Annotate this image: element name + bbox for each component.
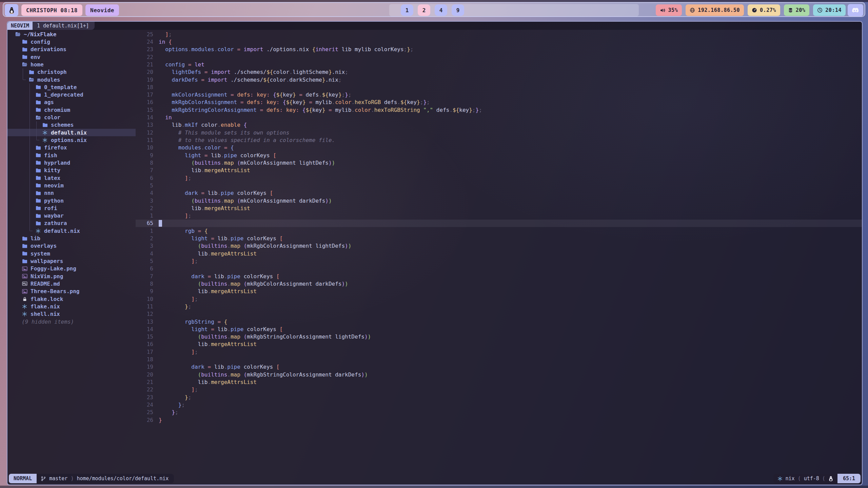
- code-line[interactable]: 24 };: [136, 401, 862, 408]
- tree-item-nixvim-png[interactable]: NixVim.png: [7, 272, 136, 280]
- code-line[interactable]: 24in {: [136, 38, 862, 45]
- cpu-stat-pill[interactable]: 0.27%: [748, 4, 780, 16]
- code-line[interactable]: 3 (builtins.map (mkRgbColorAssignment li…: [136, 242, 862, 250]
- network-stat-pill[interactable]: 192.168.86.50: [686, 4, 744, 16]
- code-line[interactable]: 20 lightDefs = import ./schemes/${color.…: [136, 68, 862, 76]
- workspace-button-9[interactable]: 9: [452, 4, 464, 16]
- tree-item-rofi[interactable]: rofi: [7, 204, 136, 212]
- code-line[interactable]: 21 config = let: [136, 61, 862, 68]
- code-line[interactable]: 13 lib.mkIf color.enable {: [136, 121, 862, 129]
- tree-item-zathura[interactable]: zathura: [7, 220, 136, 227]
- tree-item-wallpapers[interactable]: wallpapers: [7, 257, 136, 265]
- tree-item-python[interactable]: python: [7, 197, 136, 204]
- tree-item-shell-nix[interactable]: shell.nix: [7, 310, 136, 318]
- workspace-button-1[interactable]: 1: [401, 4, 413, 16]
- code-line[interactable]: 11 };: [136, 303, 862, 310]
- tree-item-latex[interactable]: latex: [7, 174, 136, 182]
- tree-item-options-nix[interactable]: options.nix: [7, 136, 136, 144]
- code-line[interactable]: 6: [136, 265, 862, 272]
- tree-item-firefox[interactable]: firefox: [7, 144, 136, 151]
- code-line-current[interactable]: 65: [136, 220, 862, 227]
- code-line[interactable]: 15 (builtins.map (mkRgbStringColorAssign…: [136, 333, 862, 341]
- code-line[interactable]: 1 ];: [136, 212, 862, 220]
- code-line[interactable]: 4 dark = lib.pipe colorKeys [: [136, 189, 862, 197]
- code-line[interactable]: 17 mkColorAssignment = defs: key: {${key…: [136, 91, 862, 99]
- tree-item-1-deprecated[interactable]: 1_deprecated: [7, 91, 136, 99]
- code-line[interactable]: 10 ];: [136, 295, 862, 303]
- code-line[interactable]: 22 ];: [136, 386, 862, 393]
- tree-item-flake-nix[interactable]: flake.nix: [7, 303, 136, 310]
- code-line[interactable]: 13 rgbString = {: [136, 318, 862, 325]
- tree-item-kitty[interactable]: kitty: [7, 167, 136, 174]
- tree-item-lib[interactable]: lib: [7, 235, 136, 242]
- code-line[interactable]: 11 # to the values specified in a colors…: [136, 136, 862, 144]
- code-line[interactable]: 16 mkRgbColorAssignment = defs: key: {${…: [136, 99, 862, 106]
- tree-item-neovim[interactable]: neovim: [7, 182, 136, 189]
- code-line[interactable]: 14 in: [136, 114, 862, 121]
- tree-item--nixflake[interactable]: ~/NixFlake: [7, 30, 136, 38]
- workspace-button-2[interactable]: 2: [418, 4, 430, 16]
- tree-item-chromium[interactable]: chromium: [7, 106, 136, 114]
- tree-item-waybar[interactable]: waybar: [7, 212, 136, 220]
- code-editor[interactable]: 25 ];24in {23 options.modules.color = im…: [136, 30, 862, 472]
- code-line[interactable]: 7 lib.mergeAttrsList: [136, 167, 862, 174]
- tree-item-overlays[interactable]: overlays: [7, 242, 136, 250]
- tree-item-derivations[interactable]: derivations: [7, 46, 136, 53]
- tree-item-schemes[interactable]: schemes: [7, 121, 136, 129]
- code-line[interactable]: 15 mkRgbStringColorAssignment = defs: ke…: [136, 106, 862, 114]
- tree-item-modules[interactable]: modules: [7, 76, 136, 83]
- code-line[interactable]: 6 ];: [136, 174, 862, 182]
- tree-item-christoph[interactable]: christoph: [7, 68, 136, 76]
- discord-tray-button[interactable]: [848, 4, 863, 16]
- code-line[interactable]: 5 ];: [136, 257, 862, 265]
- code-line[interactable]: 3 (builtins.map (mkColorAssignment darkD…: [136, 197, 862, 204]
- code-line[interactable]: 2 lib.mergeAttrsList: [136, 204, 862, 212]
- tree-item-ags[interactable]: ags: [7, 99, 136, 106]
- code-line[interactable]: 14 light = lib.pipe colorKeys [: [136, 325, 862, 333]
- tree-item-system[interactable]: system: [7, 250, 136, 257]
- code-line[interactable]: 12 # This module sets its own options: [136, 129, 862, 136]
- tree-item-foggy-lake-png[interactable]: Foggy-Lake.png: [7, 265, 136, 272]
- tree-item-flake-lock[interactable]: flake.lock: [7, 295, 136, 303]
- code-line[interactable]: 25 ];: [136, 30, 862, 38]
- tree-item-hyprland[interactable]: hyprland: [7, 159, 136, 166]
- tree-item-env[interactable]: env: [7, 53, 136, 61]
- workspace-button-4[interactable]: 4: [435, 4, 447, 16]
- code-line[interactable]: 8 (builtins.map (mkColorAssignment light…: [136, 159, 862, 166]
- os-menu-button[interactable]: [5, 4, 18, 16]
- volume-stat-pill[interactable]: 35%: [656, 4, 682, 16]
- code-line[interactable]: 5: [136, 182, 862, 189]
- code-line[interactable]: 7 dark = lib.pipe colorKeys [: [136, 272, 862, 280]
- tree-item-config[interactable]: config: [7, 38, 136, 45]
- code-line[interactable]: 19 darkDefs = import ./schemes/${color.d…: [136, 76, 862, 83]
- code-line[interactable]: 25 };: [136, 409, 862, 416]
- tab-default-nix[interactable]: 1 default.nix[1+]: [33, 22, 95, 30]
- tree-item-default-nix[interactable]: default.nix: [7, 129, 136, 136]
- code-line[interactable]: 18: [136, 83, 862, 91]
- code-line[interactable]: 18: [136, 355, 862, 363]
- code-line[interactable]: 17 ];: [136, 348, 862, 355]
- tree-item-home[interactable]: home: [7, 61, 136, 68]
- tree-item-three-bears-png[interactable]: Three-Bears.png: [7, 288, 136, 295]
- tree-item-fish[interactable]: fish: [7, 151, 136, 159]
- code-line[interactable]: 16 lib.mergeAttrsList: [136, 341, 862, 348]
- code-line[interactable]: 10 modules.color = {: [136, 144, 862, 151]
- code-line[interactable]: 9 lib.mergeAttrsList: [136, 288, 862, 295]
- code-line[interactable]: 2 light = lib.pipe colorKeys [: [136, 235, 862, 242]
- tree-item-nnn[interactable]: nnn: [7, 189, 136, 197]
- code-line[interactable]: 21 lib.mergeAttrsList: [136, 378, 862, 386]
- code-line[interactable]: 19 dark = lib.pipe colorKeys [: [136, 363, 862, 371]
- code-line[interactable]: 26}: [136, 416, 862, 424]
- code-line[interactable]: 8 (builtins.map (mkRgbColorAssignment da…: [136, 280, 862, 287]
- tree-item-color[interactable]: color: [7, 114, 136, 121]
- memory-stat-pill[interactable]: 20%: [784, 4, 810, 16]
- code-line[interactable]: 20 (builtins.map (mkRgbStringColorAssign…: [136, 371, 862, 378]
- code-line[interactable]: 9 light = lib.pipe colorKeys [: [136, 151, 862, 159]
- code-line[interactable]: 12: [136, 310, 862, 318]
- code-line[interactable]: 23 options.modules.color = import ./opti…: [136, 46, 862, 53]
- code-line[interactable]: 1 rgb = {: [136, 227, 862, 235]
- tree-item-default-nix[interactable]: default.nix: [7, 227, 136, 235]
- code-line[interactable]: 23 };: [136, 393, 862, 401]
- code-line[interactable]: 4 lib.mergeAttrsList: [136, 250, 862, 257]
- tree-item-0-template[interactable]: 0_template: [7, 83, 136, 91]
